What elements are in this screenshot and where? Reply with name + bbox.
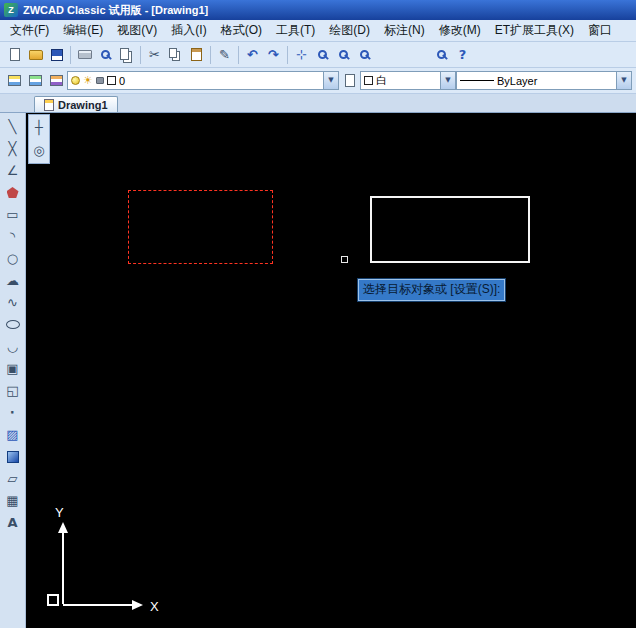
undo-icon: ↶ [247,48,258,61]
save-button[interactable] [46,44,67,65]
menu-window[interactable]: 窗口 [581,20,619,42]
arc-icon: ◝ [10,230,15,243]
crosshair-icon: ┼ [35,121,43,134]
zoom-realtime-button[interactable] [312,44,333,65]
menu-view[interactable]: 视图(V) [110,20,164,42]
plot-button[interactable] [74,44,95,65]
arc-button[interactable]: ◝ [2,226,23,247]
menu-dimension[interactable]: 标注(N) [377,20,432,42]
insert-block-button[interactable]: ▣ [2,358,23,379]
match-properties-button[interactable]: ✎ [214,44,235,65]
polygon-button[interactable] [2,182,23,203]
zoom-window-button[interactable] [333,44,354,65]
ucs-y-label: Y [55,505,64,520]
menu-tools[interactable]: 工具(T) [269,20,322,42]
layer-properties-button[interactable] [4,70,25,91]
redo-button[interactable]: ↷ [263,44,284,65]
color-dropdown[interactable]: 白 ▼ [360,71,456,90]
linetype-dropdown[interactable]: ByLayer ▼ [456,71,632,90]
search-icon [437,50,446,59]
table-icon: ▦ [6,494,18,507]
document-tab-bar: Drawing1 [0,94,636,113]
menu-format[interactable]: 格式(O) [214,20,269,42]
circle-icon: ○ [7,252,18,265]
copy-icon [169,48,177,58]
undo-button[interactable]: ↶ [242,44,263,65]
layer-color-chip [107,76,116,85]
ellipse-button[interactable] [2,314,23,335]
menu-et-tools[interactable]: ET扩展工具(X) [488,20,581,42]
menu-file[interactable]: 文件(F) [3,20,56,42]
toolbar-separator [210,46,211,64]
toolbar-separator [140,46,141,64]
tab-drawing1[interactable]: Drawing1 [34,96,118,112]
multiline-text-icon: A [7,516,17,529]
ellipse-arc-button[interactable]: ◡ [2,336,23,357]
current-color-chip [364,76,373,85]
cut-button[interactable]: ✂ [144,44,165,65]
color-dropdown-arrow[interactable]: ▼ [440,72,455,89]
pan-icon: ⊹ [296,48,307,61]
table-button[interactable]: ▦ [2,490,23,511]
revcloud-button[interactable]: ☁ [2,270,23,291]
drawing-canvas[interactable]: ┼ ◎ 选择目标对象或 [设置(S)]: Y X [26,113,636,628]
print-preview-button[interactable] [95,44,116,65]
selected-rectangle-entity[interactable] [128,190,273,264]
pan-button[interactable]: ⊹ [291,44,312,65]
help-button[interactable]: ? [452,44,473,65]
layer-dropdown[interactable]: ☀ 0 ▼ [67,71,339,90]
menu-edit[interactable]: 编辑(E) [56,20,110,42]
make-block-button[interactable]: ◱ [2,380,23,401]
rectangle-entity[interactable] [370,196,530,263]
polyline-button[interactable]: ∠ [2,160,23,181]
layer-lock-icon [96,77,104,84]
zwcad-logo-icon[interactable]: Z [4,3,18,17]
redo-icon: ↷ [268,48,279,61]
layer-dropdown-arrow[interactable]: ▼ [323,72,338,89]
rectangle-button[interactable]: ▭ [2,204,23,225]
hatch-button[interactable]: ▨ [2,424,23,445]
match-properties-icon: ✎ [219,48,230,61]
find-button[interactable] [431,44,452,65]
point-button[interactable]: ∙ [2,402,23,423]
title-bar[interactable]: Z ZWCAD Classic 试用版 - [Drawing1] [0,0,636,20]
linetype-dropdown-arrow[interactable]: ▼ [616,72,631,89]
layer-previous-button[interactable] [46,70,67,91]
spline-button[interactable]: ∿ [2,292,23,313]
window-title: ZWCAD Classic 试用版 - [Drawing1] [23,3,208,18]
circle-button[interactable]: ○ [2,248,23,269]
spline-icon: ∿ [7,296,18,309]
make-object-layer-current-icon [345,74,355,87]
new-button[interactable] [4,44,25,65]
tab-label: Drawing1 [58,99,108,111]
current-layer-name: 0 [119,75,125,87]
menu-bar: 文件(F) 编辑(E) 视图(V) 插入(I) 格式(O) 工具(T) 绘图(D… [0,20,636,42]
gradient-icon [7,451,19,463]
construction-line-button[interactable]: ╳ [2,138,23,159]
copy-button[interactable] [165,44,186,65]
mtext-button[interactable]: A [2,512,23,533]
zoom-previous-icon [360,50,369,59]
help-icon: ? [459,48,467,61]
layer-states-button[interactable] [25,70,46,91]
menu-modify[interactable]: 修改(M) [432,20,488,42]
region-icon: ▱ [8,472,18,485]
menu-insert[interactable]: 插入(I) [164,20,213,42]
paste-button[interactable] [186,44,207,65]
open-button[interactable] [25,44,46,65]
mini-tool-button-1[interactable]: ┼ [29,117,50,138]
ucs-x-axis [63,604,132,606]
gradient-button[interactable] [2,446,23,467]
make-object-layer-current-button[interactable] [339,70,360,91]
chevron-down-icon: ▼ [328,77,333,84]
line-button[interactable]: ╲ [2,116,23,137]
polyline-icon: ∠ [7,164,19,177]
layer-previous-icon [50,75,63,86]
mini-tool-button-2[interactable]: ◎ [29,140,50,161]
zoom-realtime-icon [318,50,327,59]
region-button[interactable]: ▱ [2,468,23,489]
zoom-previous-button[interactable] [354,44,375,65]
publish-button[interactable] [116,44,137,65]
menu-draw[interactable]: 绘图(D) [322,20,377,42]
drawing-file-icon [44,99,54,111]
